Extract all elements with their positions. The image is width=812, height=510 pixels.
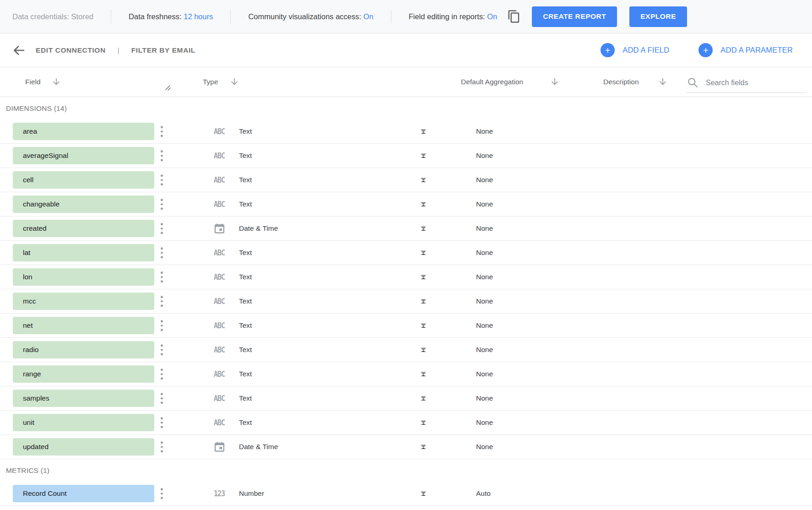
edit-connection-button[interactable]: EDIT CONNECTION <box>36 46 106 54</box>
field-chip[interactable]: averageSignal <box>13 147 154 164</box>
back-button[interactable] <box>11 43 27 58</box>
search-input[interactable] <box>706 79 802 87</box>
more-options-button[interactable] <box>159 245 165 260</box>
more-options-button[interactable] <box>159 486 165 501</box>
field-chip[interactable]: changeable <box>13 195 154 213</box>
aggregation-value[interactable]: None <box>476 443 493 451</box>
aggregation-value[interactable]: None <box>476 297 493 305</box>
community-viz-access-value[interactable]: On <box>363 12 374 21</box>
type-dropdown-icon[interactable] <box>421 202 426 206</box>
type-dropdown-icon[interactable] <box>421 154 426 158</box>
aggregation-value[interactable]: None <box>476 200 493 208</box>
type-dropdown-icon[interactable] <box>421 251 426 255</box>
field-type-label[interactable]: Text <box>239 346 252 354</box>
field-type-label[interactable]: Number <box>239 489 264 498</box>
field-type-label[interactable]: Text <box>239 127 252 136</box>
status-bar: Data credentials: Stored Data freshness:… <box>0 0 812 33</box>
type-dropdown-icon[interactable] <box>421 299 426 304</box>
more-options-button[interactable] <box>159 148 165 163</box>
aggregation-value[interactable]: None <box>476 418 493 427</box>
aggregation-value[interactable]: None <box>476 176 493 184</box>
field-type-label[interactable]: Date & Time <box>239 443 278 451</box>
sort-description-button[interactable] <box>658 77 668 87</box>
more-options-button[interactable] <box>159 173 165 187</box>
field-type-label[interactable]: Text <box>239 200 252 208</box>
field-column-resize-handle[interactable] <box>165 85 171 91</box>
more-options-button[interactable] <box>159 367 165 381</box>
type-dropdown-icon[interactable] <box>421 372 426 376</box>
field-type-label[interactable]: Text <box>239 249 252 257</box>
type-dropdown-icon[interactable] <box>421 324 426 328</box>
field-chip[interactable]: lat <box>13 244 154 261</box>
type-dropdown-icon[interactable] <box>421 275 426 279</box>
more-options-button[interactable] <box>159 197 165 212</box>
aggregation-value[interactable]: None <box>476 273 493 281</box>
field-type-label[interactable]: Text <box>239 321 252 330</box>
field-type-label[interactable]: Text <box>239 273 252 281</box>
field-chip[interactable]: lon <box>13 268 154 286</box>
type-dropdown-icon[interactable] <box>421 492 426 496</box>
create-report-button[interactable]: CREATE REPORT <box>532 6 617 27</box>
type-dropdown-icon[interactable] <box>421 445 426 449</box>
aggregation-value[interactable]: None <box>476 346 493 354</box>
more-options-button[interactable] <box>159 415 165 430</box>
type-dropdown-icon[interactable] <box>421 421 426 425</box>
aggregation-value[interactable]: None <box>476 152 493 160</box>
type-dropdown-icon[interactable] <box>421 227 426 231</box>
aggregation-value[interactable]: None <box>476 127 493 136</box>
aggregation-value[interactable]: None <box>476 394 493 402</box>
field-chip-label: updated <box>23 443 49 451</box>
more-options-button[interactable] <box>159 439 165 454</box>
type-dropdown-icon[interactable] <box>421 130 426 134</box>
more-options-button[interactable] <box>159 391 165 406</box>
field-chip[interactable]: range <box>13 365 154 383</box>
add-a-parameter-button[interactable]: + ADD A PARAMETER <box>698 43 793 57</box>
sort-aggregation-button[interactable] <box>550 77 560 87</box>
copy-button[interactable] <box>506 9 522 24</box>
type-dropdown-icon[interactable] <box>421 178 426 182</box>
field-chip[interactable]: samples <box>13 390 154 407</box>
field-type-label[interactable]: Text <box>239 418 252 427</box>
search-icon <box>687 76 699 89</box>
field-chip[interactable]: area <box>13 123 154 140</box>
field-editing-value[interactable]: On <box>487 12 497 21</box>
field-chip[interactable]: radio <box>13 341 154 358</box>
aggregation-value[interactable]: None <box>476 321 493 330</box>
more-options-button[interactable] <box>159 124 165 139</box>
field-type-label[interactable]: Text <box>239 297 252 305</box>
divider <box>111 10 111 23</box>
field-chip[interactable]: unit <box>13 414 154 431</box>
explore-button[interactable]: EXPLORE <box>629 6 687 27</box>
text-abc-icon: ABC <box>214 151 225 161</box>
more-options-button[interactable] <box>159 342 165 357</box>
field-chip[interactable]: created <box>13 220 154 237</box>
aggregation-value[interactable]: None <box>476 224 493 233</box>
aggregation-value[interactable]: None <box>476 370 493 378</box>
field-chip[interactable]: cell <box>13 171 154 189</box>
more-options-button[interactable] <box>159 294 165 309</box>
field-type-label[interactable]: Text <box>239 370 252 378</box>
data-freshness-value[interactable]: 12 hours <box>184 12 213 21</box>
field-type-label[interactable]: Text <box>239 176 252 184</box>
field-row: updated Date & Time None <box>0 435 812 459</box>
sort-field-button[interactable] <box>51 77 61 87</box>
type-dropdown-icon[interactable] <box>421 396 426 401</box>
more-options-button[interactable] <box>159 221 165 236</box>
field-chip[interactable]: Record Count <box>13 485 154 502</box>
section-header: DIMENSIONS (14) <box>0 97 812 119</box>
sort-type-button[interactable] <box>229 77 239 87</box>
field-type-label[interactable]: Date & Time <box>239 224 278 233</box>
aggregation-value[interactable]: Auto <box>476 489 491 498</box>
type-dropdown-icon[interactable] <box>421 348 426 352</box>
field-chip[interactable]: mcc <box>13 293 154 310</box>
more-options-button[interactable] <box>159 318 165 333</box>
field-row: Record Count 123 Number Auto <box>0 482 812 506</box>
field-type-label[interactable]: Text <box>239 394 252 402</box>
more-options-button[interactable] <box>159 270 165 284</box>
field-chip[interactable]: updated <box>13 438 154 456</box>
add-a-field-button[interactable]: + ADD A FIELD <box>601 43 669 57</box>
field-type-label[interactable]: Text <box>239 152 252 160</box>
aggregation-value[interactable]: None <box>476 249 493 257</box>
field-chip[interactable]: net <box>13 317 154 334</box>
filter-by-email-button[interactable]: FILTER BY EMAIL <box>131 46 195 54</box>
